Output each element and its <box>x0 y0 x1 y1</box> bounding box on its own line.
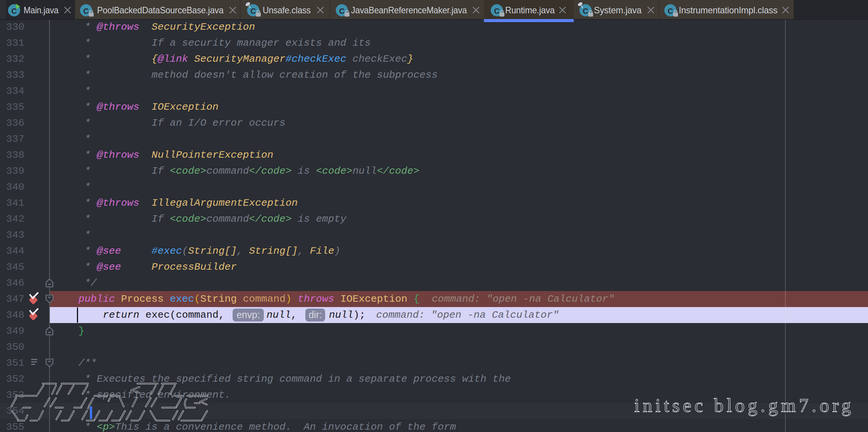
svg-text:C: C <box>339 7 345 15</box>
svg-text:C: C <box>494 7 499 15</box>
svg-text:C: C <box>583 7 588 15</box>
svg-text:C: C <box>668 7 673 15</box>
